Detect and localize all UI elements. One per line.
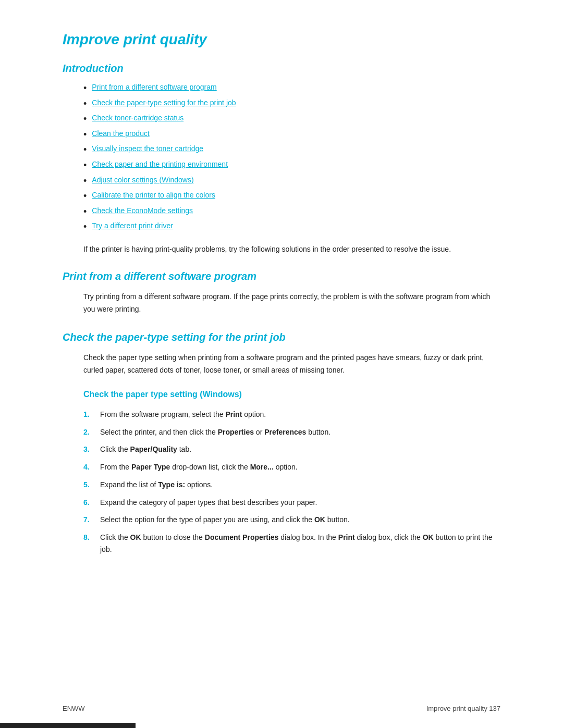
list-item: • Check paper and the printing environme… xyxy=(83,160,500,171)
print-from-different-heading: Print from a different software program xyxy=(63,270,500,282)
check-paper-type-windows-heading: Check the paper type setting (Windows) xyxy=(83,387,500,401)
bullet-icon: • xyxy=(83,114,87,125)
steps-list: 1. From the software program, select the… xyxy=(83,409,500,555)
introduction-section: Introduction • Print from a different so… xyxy=(63,63,500,255)
step-4: 4. From the Paper Type drop-down list, c… xyxy=(83,461,500,474)
link-try-different-driver[interactable]: Try a different print driver xyxy=(92,221,173,230)
link-print-from-different[interactable]: Print from a different software program xyxy=(92,83,216,91)
list-item: • Check toner-cartridge status xyxy=(83,114,500,125)
link-clean-product[interactable]: Clean the product xyxy=(92,129,150,138)
intro-link-list: • Print from a different software progra… xyxy=(83,83,500,233)
step-1: 1. From the software program, select the… xyxy=(83,409,500,421)
page-content: Improve print quality Introduction • Pri… xyxy=(0,0,563,612)
bullet-icon: • xyxy=(83,221,87,233)
step-num-8: 8. xyxy=(83,532,93,544)
step-text-5: Expand the list of Type is: options. xyxy=(100,479,213,490)
step-text-2: Select the printer, and then click the P… xyxy=(100,426,331,438)
check-paper-type-heading: Check the paper-type setting for the pri… xyxy=(63,331,500,343)
footer-right: Improve print quality 137 xyxy=(426,705,500,712)
list-item: • Adjust color settings (Windows) xyxy=(83,176,500,187)
page-title: Improve print quality xyxy=(63,31,500,48)
list-item: • Try a different print driver xyxy=(83,221,500,233)
list-item: • Print from a different software progra… xyxy=(83,83,500,94)
link-check-paper-type[interactable]: Check the paper-type setting for the pri… xyxy=(92,98,236,107)
bullet-icon: • xyxy=(83,144,87,156)
step-text-7: Select the option for the type of paper … xyxy=(100,514,350,525)
list-item: • Clean the product xyxy=(83,129,500,141)
footer-left: ENWW xyxy=(63,705,85,712)
bullet-icon: • xyxy=(83,129,87,141)
check-paper-type-body: Check the paper type setting when printi… xyxy=(83,352,500,377)
step-6: 6. Expand the category of paper types th… xyxy=(83,497,500,509)
page-footer: ENWW Improve print quality 137 xyxy=(63,705,500,712)
bullet-icon: • xyxy=(83,160,87,171)
step-num-7: 7. xyxy=(83,514,93,526)
link-adjust-color[interactable]: Adjust color settings (Windows) xyxy=(92,176,193,184)
print-from-different-body: Try printing from a different software p… xyxy=(83,291,500,316)
step-7: 7. Select the option for the type of pap… xyxy=(83,514,500,526)
link-check-economode[interactable]: Check the EconoMode settings xyxy=(92,206,193,215)
step-text-3: Click the Paper/Quality tab. xyxy=(100,443,191,455)
step-num-3: 3. xyxy=(83,443,93,456)
step-3: 3. Click the Paper/Quality tab. xyxy=(83,443,500,456)
step-2: 2. Select the printer, and then click th… xyxy=(83,426,500,439)
step-num-1: 1. xyxy=(83,409,93,421)
step-num-5: 5. xyxy=(83,479,93,491)
list-item: • Calibrate the printer to align the col… xyxy=(83,191,500,202)
bullet-icon: • xyxy=(83,206,87,218)
link-calibrate-printer[interactable]: Calibrate the printer to align the color… xyxy=(92,191,215,199)
bullet-icon: • xyxy=(83,83,87,94)
step-num-4: 4. xyxy=(83,461,93,474)
step-5: 5. Expand the list of Type is: options. xyxy=(83,479,500,491)
step-text-1: From the software program, select the Pr… xyxy=(100,409,266,420)
step-text-6: Expand the category of paper types that … xyxy=(100,497,317,508)
bullet-icon: • xyxy=(83,98,87,110)
list-item: • Check the paper-type setting for the p… xyxy=(83,98,500,110)
introduction-heading: Introduction xyxy=(63,63,500,75)
bullet-icon: • xyxy=(83,176,87,187)
footer-bar xyxy=(0,723,136,728)
step-num-2: 2. xyxy=(83,426,93,439)
link-visually-inspect[interactable]: Visually inspect the toner cartridge xyxy=(92,144,203,153)
link-check-toner-status[interactable]: Check toner-cartridge status xyxy=(92,114,183,122)
step-text-4: From the Paper Type drop-down list, clic… xyxy=(100,461,298,473)
step-num-6: 6. xyxy=(83,497,93,509)
list-item: • Check the EconoMode settings xyxy=(83,206,500,218)
introduction-body: If the printer is having print-quality p… xyxy=(83,243,500,255)
step-8: 8. Click the OK button to close the Docu… xyxy=(83,532,500,555)
link-check-paper-env[interactable]: Check paper and the printing environment xyxy=(92,160,228,168)
step-text-8: Click the OK button to close the Documen… xyxy=(100,532,500,555)
check-paper-type-section: Check the paper-type setting for the pri… xyxy=(63,331,500,555)
print-from-different-section: Print from a different software program … xyxy=(63,270,500,316)
list-item: • Visually inspect the toner cartridge xyxy=(83,144,500,156)
bullet-icon: • xyxy=(83,191,87,202)
